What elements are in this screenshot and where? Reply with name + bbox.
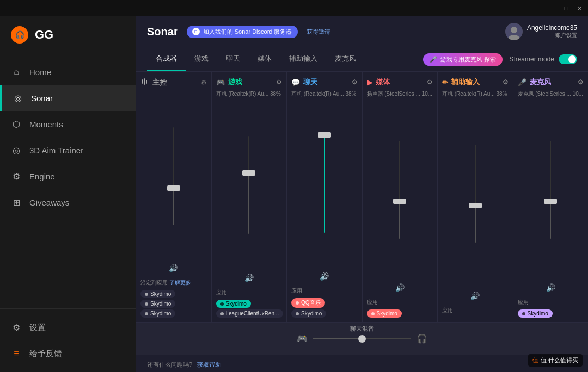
device-name-chat: 耳机 (Realtek(R) Au... 38% bbox=[291, 90, 358, 98]
channel-title-chat: 💬 聊天 bbox=[291, 77, 317, 87]
channel-name-voice: 辅助输入 bbox=[451, 77, 480, 87]
gear-icon-master[interactable]: ⚙ bbox=[201, 79, 207, 86]
mixer-channels: 主控 ⚙ 🔊 沿定到应用 了解更多 Skydimo bbox=[136, 72, 588, 322]
sidebar-item-sonar-label: Sonar bbox=[31, 94, 53, 103]
app-badge-chat-1[interactable]: QQ音乐 bbox=[291, 298, 325, 308]
discord-badge[interactable]: D 加入我们的 Sonar Discord 服务器 bbox=[187, 26, 298, 38]
feedback-icon: ≡ bbox=[11, 348, 22, 359]
footer-help-text: 还有什么问题吗? 获取帮助 bbox=[147, 359, 221, 369]
tab-mic[interactable]: 麦克风 bbox=[326, 47, 365, 71]
channel-header-mic: 🎤 麦克风 ⚙ bbox=[518, 77, 584, 87]
channel-title-media: ▶ 媒体 bbox=[367, 77, 390, 87]
settings-icon: ⚙ bbox=[11, 322, 22, 333]
tab-aux[interactable]: 辅助输入 bbox=[280, 47, 326, 71]
sidebar-item-sonar[interactable]: ◎ Sonar bbox=[0, 85, 136, 111]
tab-media[interactable]: 媒体 bbox=[249, 47, 280, 71]
apply-label-game: 应用 bbox=[216, 289, 283, 296]
app-badges-game: Skydimo LeagueClientUxRen... bbox=[216, 297, 283, 322]
tabs-left: 合成器 游戏 聊天 媒体 辅助输入 麦克风 bbox=[147, 47, 365, 71]
fader-area-chat bbox=[291, 100, 358, 268]
fader-fill-game bbox=[248, 173, 249, 234]
app-badges-chat: QQ音乐 Skydimo bbox=[291, 296, 358, 322]
gear-icon-voice[interactable]: ⚙ bbox=[503, 78, 509, 86]
fader-thumb-media[interactable] bbox=[393, 199, 406, 204]
sidebar: 🎧 GG ⌂ Home ◎ Sonar ⬡ Moments ◎ 3D Aim T… bbox=[0, 16, 136, 372]
minimize-button[interactable]: — bbox=[550, 5, 556, 11]
gear-icon-chat[interactable]: ⚙ bbox=[352, 78, 358, 86]
mic-channel-icon: 🎤 bbox=[518, 78, 526, 86]
device-name-game: 耳机 (Realtek(R) Au... 38% bbox=[216, 90, 283, 98]
mute-button-game[interactable]: 🔊 bbox=[242, 271, 256, 284]
discord-icon: D bbox=[192, 28, 200, 35]
channel-name-mic: 麦克风 bbox=[530, 77, 551, 87]
gaming-mic-badge[interactable]: 🎤 游戏专用麦克风 探索 bbox=[423, 53, 503, 66]
app-badge[interactable]: Skydimo bbox=[140, 290, 175, 298]
gamepad-icon: 🎮 bbox=[297, 333, 308, 344]
tab-chat[interactable]: 聊天 bbox=[217, 47, 249, 71]
discord-invite-link[interactable]: 获得邀请 bbox=[307, 28, 330, 36]
svg-point-1 bbox=[511, 27, 517, 33]
gear-icon-game[interactable]: ⚙ bbox=[276, 78, 282, 86]
toggle-dot bbox=[568, 55, 576, 63]
mute-button-media[interactable]: 🔊 bbox=[393, 281, 407, 294]
sidebar-item-3d-aim-trainer[interactable]: ◎ 3D Aim Trainer bbox=[0, 137, 136, 163]
fader-track-voice bbox=[475, 145, 476, 243]
mute-button-mic[interactable]: 🔊 bbox=[544, 281, 558, 294]
moments-icon: ⬡ bbox=[11, 119, 22, 129]
watermark-icon: 值 bbox=[532, 356, 538, 364]
channel-master: 主控 ⚙ 🔊 沿定到应用 了解更多 Skydimo bbox=[136, 72, 212, 322]
app-badge[interactable]: Skydimo bbox=[140, 300, 175, 308]
sidebar-item-home-label: Home bbox=[29, 67, 51, 77]
close-button[interactable]: ✕ bbox=[576, 5, 583, 11]
app-badge-media-1[interactable]: Skydimo bbox=[367, 309, 402, 318]
fader-thumb-mic[interactable] bbox=[544, 199, 557, 204]
fader-track-game bbox=[248, 136, 249, 234]
channel-name-media: 媒体 bbox=[376, 77, 390, 87]
sidebar-item-moments[interactable]: ⬡ Moments bbox=[0, 111, 136, 137]
user-avatar bbox=[505, 23, 523, 40]
footer-help-link[interactable]: 获取帮助 bbox=[197, 361, 221, 368]
tab-mixer[interactable]: 合成器 bbox=[147, 47, 186, 71]
user-profile[interactable]: AngelicIncome35 账户设置 bbox=[505, 23, 577, 40]
mute-button-voice[interactable]: 🔊 bbox=[468, 289, 482, 302]
sidebar-item-aim-label: 3D Aim Trainer bbox=[29, 146, 83, 155]
slider-fill bbox=[313, 338, 362, 339]
fader-thumb-voice[interactable] bbox=[469, 203, 482, 208]
apply-label-chat: 应用 bbox=[291, 287, 358, 295]
logo-icon: 🎧 bbox=[11, 26, 28, 44]
section-link-master[interactable]: 了解更多 bbox=[169, 280, 191, 286]
mute-button-master[interactable]: 🔊 bbox=[167, 262, 180, 275]
app-badge-chat-2[interactable]: Skydimo bbox=[291, 309, 326, 318]
user-name: AngelicIncome35 bbox=[527, 24, 577, 32]
gear-icon-mic[interactable]: ⚙ bbox=[578, 78, 584, 86]
gaming-mic-label: 游戏专用麦克风 探索 bbox=[440, 55, 496, 64]
fader-thumb-master[interactable] bbox=[167, 185, 180, 191]
sidebar-item-feedback[interactable]: ≡ 给予反馈 bbox=[0, 340, 136, 367]
fader-thumb-chat[interactable] bbox=[318, 132, 331, 138]
streamer-mode-label: Streamer mode bbox=[509, 55, 554, 63]
app-badges-master: Skydimo Skydimo Skydimo bbox=[140, 288, 207, 322]
fader-fill-mic bbox=[550, 201, 551, 238]
sidebar-item-engine-label: Engine bbox=[29, 172, 55, 181]
chat-mix-slider[interactable] bbox=[313, 338, 411, 339]
fader-thumb-game[interactable] bbox=[242, 170, 255, 176]
fader-fill-voice bbox=[475, 206, 476, 243]
sidebar-item-settings[interactable]: ⚙ 设置 bbox=[0, 314, 136, 340]
logo-text: GG bbox=[35, 28, 53, 42]
app-badge-game-2[interactable]: LeagueClientUxRen... bbox=[216, 309, 284, 318]
mixer-area: 主控 ⚙ 🔊 沿定到应用 了解更多 Skydimo bbox=[136, 72, 588, 372]
app-badge-mic-1[interactable]: Skydimo bbox=[518, 309, 553, 318]
tab-game[interactable]: 游戏 bbox=[186, 47, 217, 71]
streamer-mode-toggle[interactable] bbox=[559, 54, 577, 64]
sidebar-item-giveaways[interactable]: ⊞ Giveaways bbox=[0, 189, 136, 215]
sidebar-item-home[interactable]: ⌂ Home bbox=[0, 59, 136, 85]
slider-thumb[interactable] bbox=[358, 335, 366, 343]
mute-button-chat[interactable]: 🔊 bbox=[317, 270, 331, 283]
app-badge-game-1[interactable]: Skydimo bbox=[216, 300, 251, 308]
gear-icon-media[interactable]: ⚙ bbox=[427, 78, 433, 86]
maximize-button[interactable]: □ bbox=[563, 5, 569, 11]
engine-icon: ⚙ bbox=[11, 171, 22, 182]
app-badge[interactable]: Skydimo bbox=[140, 309, 175, 318]
sidebar-item-engine[interactable]: ⚙ Engine bbox=[0, 163, 136, 189]
sidebar-bottom: ⚙ 设置 ≡ 给予反馈 bbox=[0, 308, 136, 372]
